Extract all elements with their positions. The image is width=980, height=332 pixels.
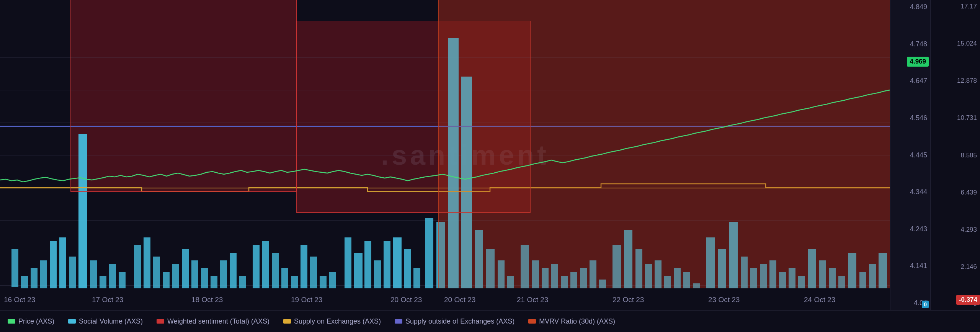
price-y-4849: 4.849 (890, 3, 930, 11)
svg-rect-14 (153, 257, 160, 291)
sv-y-2146: 2.146 (931, 263, 980, 270)
svg-rect-34 (354, 253, 363, 291)
svg-rect-21 (220, 260, 227, 291)
svg-rect-12 (134, 245, 141, 291)
y-axis-price: 4.849 4.748 4.647 4.546 4.445 4.344 4.24… (890, 0, 930, 310)
price-y-4647: 4.647 (890, 77, 930, 85)
svg-rect-33 (345, 237, 351, 291)
svg-rect-2 (31, 268, 38, 291)
price-y-4344: 4.344 (890, 188, 930, 196)
svg-rect-13 (144, 237, 150, 291)
svg-rect-17 (182, 249, 189, 291)
svg-rect-24 (253, 245, 260, 291)
legend-social-volume: Social Volume (AXS) (68, 317, 143, 325)
legend-sv-label: Social Volume (AXS) (79, 317, 143, 325)
mvrv-badge-value: -0.374 (959, 296, 977, 303)
svg-rect-0 (11, 249, 18, 287)
mvrv-badge: -0.374 (956, 295, 980, 305)
svg-rect-35 (364, 241, 371, 291)
svg-rect-8 (90, 260, 97, 291)
sv-y-12878: 12.878 (931, 77, 980, 84)
chart-container: .santiment (0, 0, 980, 332)
x-label-22: 22 Oct 23 (612, 296, 644, 304)
legend-sout-dot (395, 319, 402, 324)
chart-area: .santiment (0, 0, 930, 310)
x-label-20a: 20 Oct 23 (390, 296, 422, 304)
svg-rect-10 (109, 264, 116, 291)
sv-y-8585: 8.585 (931, 152, 980, 159)
x-axis: 16 Oct 23 17 Oct 23 18 Oct 23 19 Oct 23 … (0, 288, 930, 310)
price-y-4243: 4.243 (890, 225, 930, 233)
y-axis-mvrv: 17.17 15.024 12.878 10.731 8.585 6.439 4… (930, 0, 980, 310)
price-y-4546: 4.546 (890, 114, 930, 122)
svg-rect-39 (404, 249, 411, 291)
chart-svg (0, 0, 930, 310)
svg-rect-18 (191, 260, 198, 291)
sv-y-15024: 15.024 (931, 40, 980, 47)
legend-mvrv: MVRV Ratio (30d) (AXS) (528, 317, 615, 325)
legend-sv-dot (68, 319, 76, 324)
legend-price-dot (8, 319, 15, 324)
legend-price: Price (AXS) (8, 317, 54, 325)
x-label-20b: 20 Oct 23 (444, 296, 475, 304)
legend-so-dot (283, 319, 291, 324)
legend-weighted-sentiment: Weighted sentiment (Total) (AXS) (157, 317, 270, 325)
legend-ws-dot (157, 319, 164, 324)
svg-rect-27 (281, 268, 288, 291)
svg-rect-22 (230, 253, 237, 291)
x-label-18: 18 Oct 23 (191, 296, 223, 304)
sv-y-10731: 10.731 (931, 114, 980, 121)
sv-y-1717: 17.17 (931, 3, 980, 10)
svg-rect-16 (172, 264, 179, 291)
legend-price-label: Price (AXS) (18, 317, 54, 325)
x-label-23: 23 Oct 23 (708, 296, 740, 304)
svg-marker-89 (438, 0, 930, 303)
svg-rect-36 (374, 260, 381, 291)
svg-rect-41 (425, 218, 433, 295)
x-label-21: 21 Oct 23 (517, 296, 548, 304)
sv-badge: 0 (922, 301, 929, 308)
svg-rect-7 (78, 134, 87, 295)
sv-y-6439: 6.439 (931, 189, 980, 196)
legend-supply-on: Supply on Exchanges (AXS) (283, 317, 381, 325)
svg-rect-5 (59, 237, 66, 291)
legend-sout-label: Supply outside of Exchanges (AXS) (405, 317, 514, 325)
price-y-4445: 4.445 (890, 151, 930, 159)
sv-y-4293: 4.293 (931, 226, 980, 233)
svg-rect-6 (69, 257, 76, 291)
svg-rect-30 (310, 257, 317, 291)
legend-mvrv-dot (528, 319, 536, 324)
legend: Price (AXS) Social Volume (AXS) Weighted… (0, 310, 980, 332)
legend-so-label: Supply on Exchanges (AXS) (294, 317, 381, 325)
x-label-17: 17 Oct 23 (92, 296, 123, 304)
legend-supply-outside: Supply outside of Exchanges (AXS) (395, 317, 514, 325)
price-y-4141: 4.141 (890, 262, 930, 270)
legend-ws-label: Weighted sentiment (Total) (AXS) (167, 317, 270, 325)
svg-rect-29 (301, 245, 307, 291)
svg-rect-26 (272, 253, 279, 291)
price-y-4748: 4.748 (890, 40, 930, 48)
price-badge-value: 4.969 (910, 58, 926, 65)
svg-rect-38 (393, 237, 402, 291)
x-label-24a: 24 Oct 23 (804, 296, 835, 304)
x-label-19: 19 Oct 23 (291, 296, 322, 304)
price-badge: 4.969 (907, 57, 929, 67)
svg-rect-25 (262, 241, 269, 291)
svg-rect-4 (50, 241, 57, 291)
svg-rect-37 (384, 241, 390, 291)
svg-rect-3 (40, 260, 47, 291)
svg-rect-19 (201, 268, 208, 291)
x-label-16: 16 Oct 23 (4, 296, 35, 304)
legend-mvrv-label: MVRV Ratio (30d) (AXS) (539, 317, 615, 325)
sv-badge-value: 0 (924, 301, 927, 307)
